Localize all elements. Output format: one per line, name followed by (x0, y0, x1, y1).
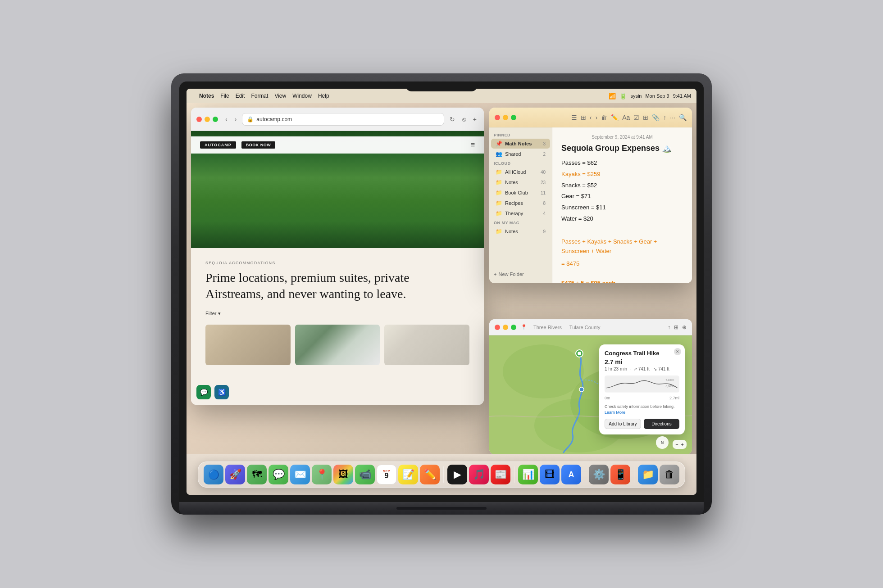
notes-content-area[interactable]: September 9, 2024 at 9:41 AM Sequoia Gro… (552, 127, 692, 283)
dock-app-keynote[interactable]: 🎞 (540, 465, 560, 484)
zoom-plus-button[interactable]: + (681, 442, 684, 447)
notes-sidebar-notes[interactable]: 📁 Notes 23 (491, 177, 550, 187)
dock-app-music[interactable]: 🎵 (469, 465, 489, 484)
minimize-button[interactable] (205, 117, 210, 122)
calc-text: Passes + Kayaks + Snacks + Gear + Sunscr… (561, 238, 657, 254)
help-menu[interactable]: Help (318, 93, 329, 99)
maps-zoom-icon[interactable]: ⊕ (682, 324, 687, 330)
dock-app-numbers[interactable]: 📊 (518, 465, 538, 484)
dock-app-trash[interactable]: 🗑 (660, 465, 679, 484)
notes-forward-icon[interactable]: › (596, 114, 598, 121)
dock-app-news[interactable]: 📰 (491, 465, 510, 484)
popup-ascent: 741 ft (638, 366, 650, 371)
notes-sidebar-therapy[interactable]: 📁 Therapy 4 (491, 208, 550, 218)
notes-table-icon[interactable]: ⊞ (643, 114, 648, 121)
notes-count: 23 (541, 180, 546, 185)
svg-text:6,800ft: 6,800ft (665, 384, 674, 388)
format-menu[interactable]: Format (251, 93, 268, 99)
dock-app-facetime[interactable]: 📹 (355, 465, 375, 484)
add-to-library-button[interactable]: Add to Library (605, 419, 641, 429)
dock-app-contacts[interactable]: 📍 (312, 465, 332, 484)
share-button[interactable]: ⎋ (460, 114, 468, 125)
refresh-button[interactable]: ↻ (448, 114, 457, 125)
on-my-mac-notes-count: 9 (543, 229, 546, 234)
popup-descent-icon: ↘ (653, 366, 657, 371)
notes-sidebar-math-notes[interactable]: 📌 Math Notes 3 (491, 139, 550, 149)
notes-sidebar-book-club[interactable]: 📁 Book Club 11 (491, 188, 550, 198)
notes-back-icon[interactable]: ‹ (590, 114, 592, 121)
popup-label-end: 2.7mi (669, 396, 679, 400)
dock-app-mail[interactable]: ✉️ (290, 465, 310, 484)
notes-sidebar-shared[interactable]: 👥 Shared 2 (491, 149, 550, 159)
notes-font-icon[interactable]: Aa (622, 114, 630, 121)
dock-app-messages[interactable]: 💬 (269, 465, 288, 484)
dock-app-notes[interactable]: 📝 (398, 465, 418, 484)
notes-sidebar-recipes[interactable]: 📁 Recipes 8 (491, 198, 550, 208)
notes-list-view-icon[interactable]: ☰ (571, 114, 577, 121)
dock-app-iphone-mirroring[interactable]: 📱 (610, 465, 630, 484)
maps-share-icon[interactable]: ↑ (668, 324, 670, 330)
window-menu[interactable]: Window (292, 93, 312, 99)
popup-descent: 741 ft (658, 366, 669, 371)
app-name-menu[interactable]: Notes (199, 93, 214, 99)
popup-close-button[interactable]: ✕ (674, 348, 681, 355)
notes-more-icon[interactable]: ··· (670, 114, 675, 121)
maps-maximize-button[interactable] (511, 325, 516, 330)
book-now-button[interactable]: BOOK NOW (241, 141, 276, 149)
close-button[interactable] (196, 117, 202, 122)
notes-share-icon[interactable]: ↑ (663, 114, 666, 121)
notes-sidebar-all-icloud[interactable]: 📁 All iCloud 40 (491, 167, 550, 177)
lock-icon: 🔒 (247, 116, 254, 122)
dock-app-finder[interactable]: 🔵 (204, 465, 223, 484)
url-bar[interactable]: 🔒 autocamp.com (242, 113, 444, 126)
file-menu[interactable]: File (220, 93, 229, 99)
messages-icon: 💬 (273, 469, 285, 480)
maximize-button[interactable] (213, 117, 218, 122)
notes-maximize-button[interactable] (511, 115, 516, 120)
accessibility-float-icon[interactable]: ♿ (214, 385, 229, 399)
nav-hamburger-icon[interactable]: ≡ (471, 141, 475, 149)
dock-app-system-preferences[interactable]: ⚙️ (589, 465, 609, 484)
dock-app-appstore[interactable]: A (561, 465, 581, 484)
maps-fullscreen-icon[interactable]: ⊞ (674, 324, 678, 330)
notes-delete-icon[interactable]: 🗑 (601, 114, 607, 121)
notes-grid-view-icon[interactable]: ⊞ (581, 114, 586, 121)
dock-app-files[interactable]: 📁 (638, 465, 658, 484)
new-tab-button[interactable]: + (471, 114, 478, 125)
back-button[interactable]: ‹ (223, 114, 229, 125)
popup-elevation-labels: 0m 2.7mi (605, 396, 679, 400)
directions-button[interactable]: Directions (644, 419, 679, 429)
safari-lower-content: SEQUOIA ACCOMMODATIONS Prime locations, … (191, 248, 484, 405)
dock-app-launchpad[interactable]: 🚀 (225, 465, 245, 484)
notes-line-kayaks: Kayaks = $259 (561, 170, 683, 179)
dock-app-appletv[interactable]: ▶ (447, 465, 467, 484)
new-folder-icon: + (494, 271, 496, 277)
notes-minimize-button[interactable] (503, 115, 508, 120)
view-menu[interactable]: View (274, 93, 286, 99)
notes-compose-icon[interactable]: ✏️ (611, 114, 619, 121)
zoom-minus-button[interactable]: − (675, 442, 678, 447)
maps-compass[interactable]: N (656, 436, 669, 449)
screen: Notes File Edit Format View Window Help … (187, 89, 696, 495)
dock-app-calendar[interactable]: SEP 9 (377, 465, 396, 484)
learn-more-link[interactable]: Learn More (605, 410, 625, 415)
notes-checklist-icon[interactable]: ☑ (633, 114, 639, 121)
maps-minimize-button[interactable] (503, 325, 508, 330)
notes-sidebar-on-my-mac-notes[interactable]: 📁 Notes 9 (491, 226, 550, 236)
dock-app-maps[interactable]: 🗺 (247, 465, 267, 484)
filter-button[interactable]: Filter ▾ (205, 311, 469, 317)
on-my-mac-notes-label: Notes (505, 229, 540, 234)
forward-button[interactable]: › (233, 114, 239, 125)
maps-close-button[interactable] (495, 325, 500, 330)
popup-safety-text: Check safety information before hiking. … (605, 404, 679, 415)
new-folder-button[interactable]: + New Folder (489, 269, 552, 280)
notes-folder-icon: 📁 (496, 179, 502, 185)
dock-app-photos[interactable]: 🖼 (333, 465, 353, 484)
notes-close-button[interactable] (495, 115, 500, 120)
notes-search-icon[interactable]: 🔍 (679, 114, 687, 121)
edit-menu[interactable]: Edit (236, 93, 245, 99)
notes-attachment-icon[interactable]: 📎 (652, 114, 660, 121)
therapy-folder-icon: 📁 (496, 210, 502, 217)
chat-float-icon[interactable]: 💬 (196, 385, 211, 399)
dock-app-freeform[interactable]: ✏️ (420, 465, 440, 484)
